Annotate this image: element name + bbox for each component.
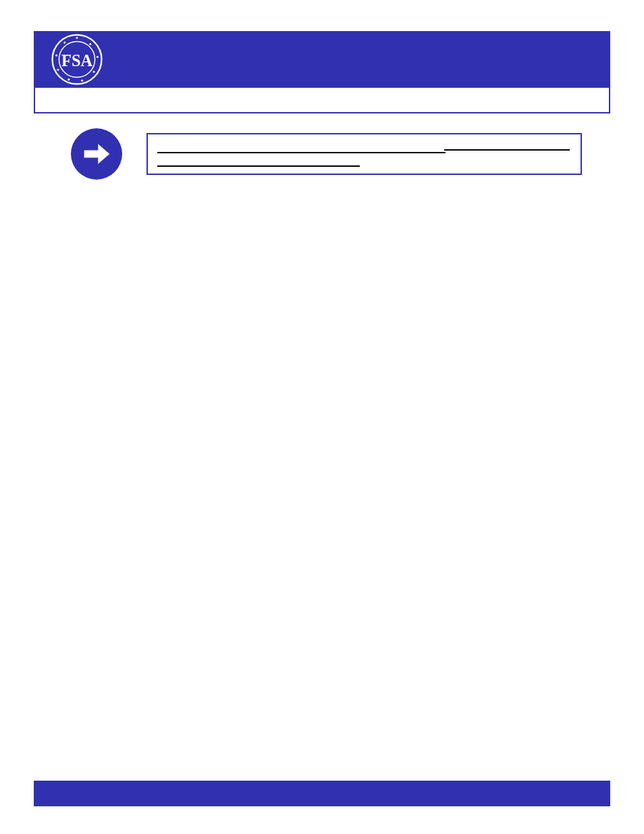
header-bar: FSA: [34, 31, 610, 88]
svg-text:FSA: FSA: [61, 51, 92, 70]
svg-point-5: [93, 71, 95, 73]
svg-point-3: [89, 43, 91, 45]
svg-point-2: [76, 37, 78, 39]
svg-point-9: [55, 54, 57, 56]
arrow-right-icon: [71, 128, 122, 180]
svg-point-7: [68, 78, 70, 80]
svg-point-10: [63, 41, 65, 43]
svg-point-8: [57, 69, 59, 71]
underline-2: [444, 149, 570, 151]
svg-point-4: [97, 56, 99, 58]
callout-row: [71, 128, 582, 180]
footer-bar: [34, 781, 610, 806]
underline-3: [157, 165, 360, 167]
sub-header-bar: [34, 88, 610, 113]
callout-box: [146, 133, 582, 175]
fsa-seal-icon: FSA: [51, 34, 103, 85]
svg-point-6: [81, 80, 83, 82]
underline-1: [157, 152, 446, 153]
